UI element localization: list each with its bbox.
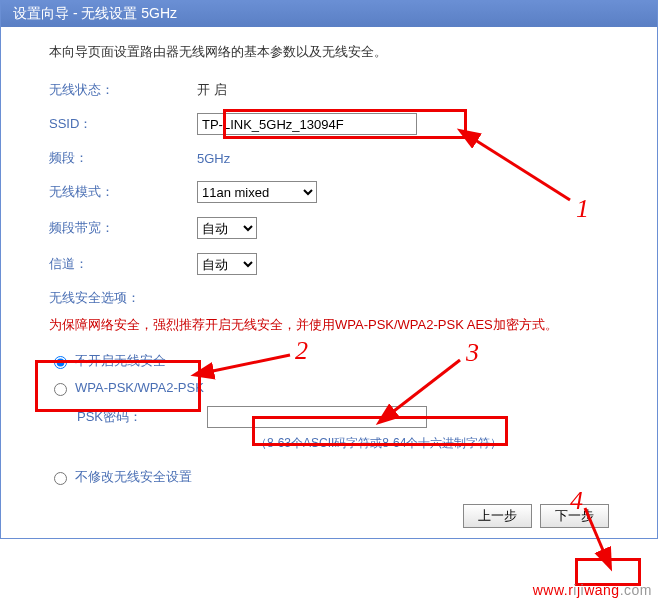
mode-select[interactable]: 11an mixed (197, 181, 317, 203)
window-title: 设置向导 - 无线设置 5GHz (1, 1, 657, 27)
row-mode: 无线模式： 11an mixed (37, 181, 621, 203)
radio-wpa[interactable] (54, 383, 67, 396)
radio-none-label: 不开启无线安全 (75, 352, 166, 370)
band-value: 5GHz (197, 151, 230, 166)
next-button[interactable]: 下一步 (540, 504, 609, 528)
button-row: 上一步 下一步 (37, 496, 621, 530)
radio-row-none[interactable]: 不开启无线安全 (49, 352, 621, 370)
psk-input[interactable] (207, 406, 427, 428)
mode-label: 无线模式： (37, 183, 197, 201)
status-label: 无线状态： (37, 81, 197, 99)
row-bandwidth: 频段带宽： 自动 (37, 217, 621, 239)
security-section-label: 无线安全选项： (49, 289, 621, 307)
radio-nochange[interactable] (54, 472, 67, 485)
bandwidth-select[interactable]: 自动 (197, 217, 257, 239)
row-ssid: SSID： (37, 113, 621, 135)
radio-row-nochange[interactable]: 不修改无线安全设置 (49, 468, 621, 486)
row-status: 无线状态： 开 启 (37, 81, 621, 99)
row-psk: PSK密码： (77, 406, 621, 428)
psk-label: PSK密码： (77, 408, 207, 426)
ssid-label: SSID： (37, 115, 197, 133)
channel-select[interactable]: 自动 (197, 253, 257, 275)
watermark: www.rijiwang.com (533, 582, 652, 598)
prev-button[interactable]: 上一步 (463, 504, 532, 528)
content-area: 本向导页面设置路由器无线网络的基本参数以及无线安全。 无线状态： 开 启 SSI… (1, 27, 657, 538)
radio-nochange-label: 不修改无线安全设置 (75, 468, 192, 486)
band-label: 频段： (37, 149, 197, 167)
radio-none[interactable] (54, 356, 67, 369)
intro-text: 本向导页面设置路由器无线网络的基本参数以及无线安全。 (49, 43, 621, 61)
security-warning: 为保障网络安全，强烈推荐开启无线安全，并使用WPA-PSK/WPA2-PSK A… (49, 315, 621, 336)
bandwidth-label: 频段带宽： (37, 219, 197, 237)
channel-label: 信道： (37, 255, 197, 273)
radio-wpa-label: WPA-PSK/WPA2-PSK (75, 380, 204, 395)
ssid-input[interactable] (197, 113, 417, 135)
row-band: 频段： 5GHz (37, 149, 621, 167)
status-value: 开 启 (197, 81, 227, 99)
psk-hint: （8-63个ASCII码字符或8-64个十六进制字符） (255, 434, 621, 452)
row-channel: 信道： 自动 (37, 253, 621, 275)
radio-row-wpa[interactable]: WPA-PSK/WPA2-PSK (49, 380, 621, 396)
